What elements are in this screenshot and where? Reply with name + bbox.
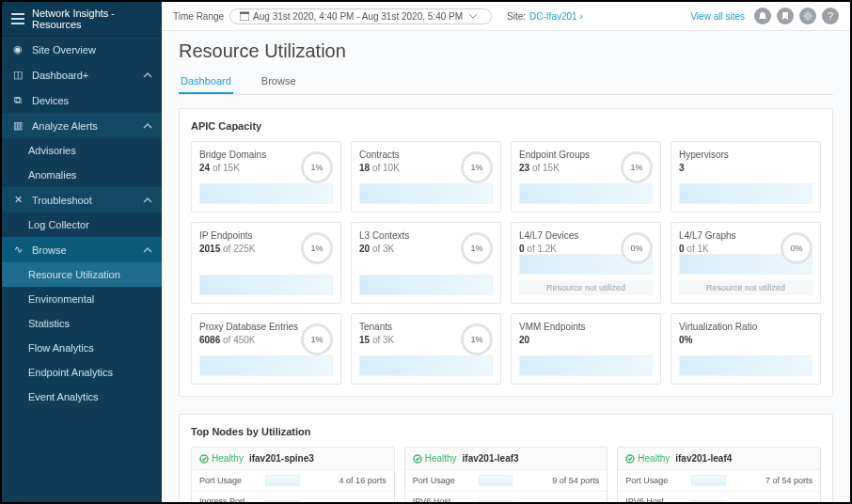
sidebar-item-flow-analytics[interactable]: Flow Analytics [2,336,162,360]
sidebar-item-devices[interactable]: ⧉Devices [2,87,162,113]
sidebar-item-browse[interactable]: ∿Browse [2,237,162,262]
svg-point-2 [806,14,810,18]
capacity-card[interactable]: Bridge Domains24 of 15K1% [191,141,341,213]
sidebar-item-label: Devices [32,95,69,106]
node-metric-row: Ingress Port Bandwidth24.78 of 160 Gbps [192,492,394,502]
card-footer: Resource not utilized [519,280,653,295]
capacity-card[interactable]: Virtualization Ratio0% [671,313,821,385]
metric-value: 1517 of 12.29K [732,501,813,502]
dash-icon: ◫ [11,69,24,81]
sidebar-item-statistics[interactable]: Statistics [2,311,162,336]
sidebar-item-troubleshoot[interactable]: ✕Troubleshoot [2,187,162,213]
sidebar-item-label: Anomalies [28,169,76,181]
time-range-picker[interactable]: Aug 31st 2020, 4:40 PM - Aug 31st 2020, … [229,8,492,24]
capacity-card[interactable]: Proxy Database Entries6086 of 450K1% [191,313,341,385]
capacity-card[interactable]: IP Endpoints2015 of 225K1% [191,222,341,304]
tabs: Dashboard Browse [179,70,833,95]
node-metric-row: IPV6 Host Routes1517 of 12.29K [618,492,820,502]
sidebar-item-anomalies[interactable]: Anomalies [2,163,162,187]
chevron-up-icon [143,70,152,81]
tab-dashboard[interactable]: Dashboard [179,70,233,94]
sidebar-item-site-overview[interactable]: ◉Site Overview [2,37,162,62]
sidebar-item-resource-utilization[interactable]: Resource Utilization [2,262,162,287]
main: Time Range Aug 31st 2020, 4:40 PM - Aug … [162,2,850,502]
capacity-card[interactable]: Contracts18 of 10K1% [351,141,501,213]
card-value: 0% [679,335,813,345]
sidebar-item-log-collector[interactable]: Log Collector [2,213,162,237]
metric-sparkline [479,475,513,486]
metric-sparkline [691,500,726,502]
metric-sparkline [265,500,300,502]
capacity-card[interactable]: L4/L7 Graphs0 of 1K0%Resource not utiliz… [671,222,821,304]
sidebar-item-analyze-alerts[interactable]: ▥Analyze Alerts [2,113,162,138]
usage-ring: 1% [301,232,333,264]
capacity-card[interactable]: L4/L7 Devices0 of 1.2K0%Resource not uti… [511,222,661,304]
node-card[interactable]: Healthyifav201-spine3Port Usage4 of 16 p… [191,447,395,502]
capacity-card[interactable]: Hypervisors3 [671,141,821,213]
bookmark-icon[interactable] [777,8,794,24]
sparkline [679,355,813,376]
usage-ring: 1% [461,323,493,355]
node-metric-row: Port Usage4 of 16 ports [192,470,394,492]
gauge-icon: ◉ [11,43,24,55]
node-header: Healthyifav201-leaf4 [618,448,820,470]
sidebar-item-label: Analyze Alerts [32,120,98,132]
chevron-down-icon [468,11,478,21]
sparkline [679,183,813,204]
capacity-card[interactable]: Endpoint Groups23 of 15K1% [511,141,661,213]
help-icon[interactable]: ? [822,8,839,24]
node-card[interactable]: Healthyifav201-leaf4Port Usage7 of 54 po… [617,447,821,502]
gear-icon[interactable] [799,8,816,24]
chevron-up-icon [143,120,152,132]
sidebar-item-label: Troubleshoot [32,195,92,206]
top-nodes-heading: Top Nodes by Utilization [191,426,821,437]
sidebar-item-label: Endpoint Analytics [28,367,113,378]
metric-label: Port Usage [625,476,686,485]
sidebar-item-dashboard[interactable]: ◫Dashboard+ [2,62,162,87]
sidebar-item-environmental[interactable]: Environmental [2,287,162,311]
usage-ring: 1% [621,151,653,183]
bell-icon[interactable] [754,8,771,24]
metric-value: 7 of 54 ports [732,476,813,485]
sparkline [199,355,333,376]
sparkline [519,183,653,204]
node-card[interactable]: Healthyifav201-leaf3Port Usage9 of 54 po… [404,447,608,502]
site-label: Site: [507,11,526,22]
node-header: Healthyifav201-leaf3 [405,448,607,470]
site-link[interactable]: DC-Ifav201 › [529,11,583,22]
card-title: VMM Endpoints [519,322,653,332]
metric-label: IPV6 Host Routes [625,496,686,502]
content: Resource Utilization Dashboard Browse AP… [162,31,850,502]
node-header: Healthyifav201-spine3 [192,448,394,470]
sidebar-item-advisories[interactable]: Advisories [2,138,162,163]
sidebar-item-label: Environmental [28,293,94,305]
wrench-icon: ✕ [11,194,24,206]
time-range-value: Aug 31st 2020, 4:40 PM - Aug 31st 2020, … [253,11,463,22]
menu-icon[interactable] [11,13,24,24]
metric-label: Port Usage [413,476,473,485]
capacity-card[interactable]: Tenants15 of 3K1% [351,313,501,385]
usage-ring: 1% [461,232,493,264]
apic-capacity-heading: APIC Capacity [191,120,821,132]
node-name: ifav201-spine3 [249,453,314,464]
metric-label: Port Usage [199,476,260,485]
card-value: 20 [519,335,653,345]
card-title: Hypervisors [679,150,813,160]
status-badge: Healthy [199,453,244,464]
sparkline [199,183,333,204]
capacity-card[interactable]: VMM Endpoints20 [511,313,661,385]
sidebar-item-endpoint-analytics[interactable]: Endpoint Analytics [2,360,162,385]
metric-value: 4 of 16 ports [306,476,387,485]
sidebar-item-label: Log Collector [28,219,89,230]
metric-value: 2033 of 12.29K [518,501,599,502]
add-icon[interactable]: + [83,70,88,81]
metric-sparkline [479,500,513,502]
tab-browse[interactable]: Browse [260,70,298,94]
sidebar-item-event-analytics[interactable]: Event Analytics [2,385,162,409]
top-nodes-panel: Top Nodes by Utilization Healthyifav201-… [179,414,833,502]
sidebar-item-label: Site Overview [32,44,96,55]
metric-value: 24.78 of 160 Gbps [306,501,387,502]
view-all-sites-link[interactable]: View all sites [690,11,745,22]
topbar: Time Range Aug 31st 2020, 4:40 PM - Aug … [162,2,850,31]
capacity-card[interactable]: L3 Contexts20 of 3K1% [351,222,501,304]
